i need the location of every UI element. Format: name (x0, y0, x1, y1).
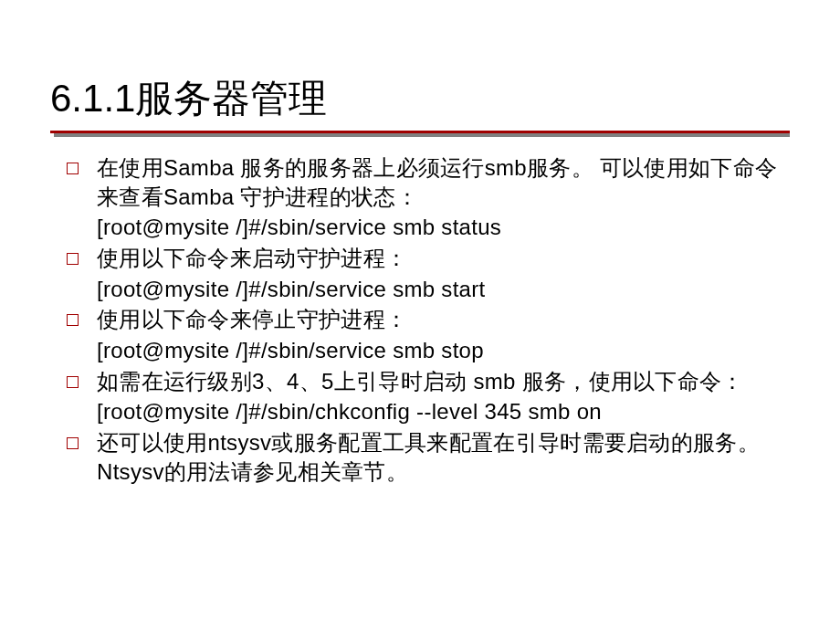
bullet-text: 在使用Samba 服务的服务器上必须运行smb服务。 可以使用如下命令来查看Sa… (97, 153, 790, 211)
bullet-item: 还可以使用ntsysv或服务配置工具来配置在引导时需要启动的服务。Ntsysv的… (67, 428, 790, 486)
bullet-item: 使用以下命令来停止守护进程： (67, 305, 790, 334)
bullet-marker-icon (67, 376, 79, 388)
title-underline (50, 131, 790, 134)
bullet-text: 还可以使用ntsysv或服务配置工具来配置在引导时需要启动的服务。Ntsysv的… (97, 428, 790, 486)
bullet-marker-icon (67, 253, 79, 265)
bullet-text: 使用以下命令来停止守护进程： (97, 305, 407, 334)
command-line: [root@mysite /]#/sbin/service smb start (97, 275, 790, 304)
bullet-marker-icon (67, 314, 79, 326)
bullet-text: 使用以下命令来启动守护进程： (97, 244, 407, 273)
bullet-marker-icon (67, 163, 79, 174)
title-underline-shadow (54, 133, 790, 137)
slide-title: 6.1.1服务器管理 (50, 73, 790, 124)
command-line: [root@mysite /]#/sbin/chkconfig --level … (97, 397, 790, 426)
bullet-item: 如需在运行级别3、4、5上引导时启动 smb 服务，使用以下命令： (67, 367, 790, 396)
bullet-item: 在使用Samba 服务的服务器上必须运行smb服务。 可以使用如下命令来查看Sa… (67, 153, 790, 211)
bullet-marker-icon (67, 437, 79, 449)
command-line: [root@mysite /]#/sbin/service smb status (97, 213, 790, 242)
command-line: [root@mysite /]#/sbin/service smb stop (97, 336, 790, 365)
content-area: 在使用Samba 服务的服务器上必须运行smb服务。 可以使用如下命令来查看Sa… (50, 153, 790, 486)
bullet-item: 使用以下命令来启动守护进程： (67, 244, 790, 273)
bullet-text: 如需在运行级别3、4、5上引导时启动 smb 服务，使用以下命令： (97, 367, 744, 396)
slide-container: 6.1.1服务器管理 在使用Samba 服务的服务器上必须运行smb服务。 可以… (0, 0, 840, 630)
